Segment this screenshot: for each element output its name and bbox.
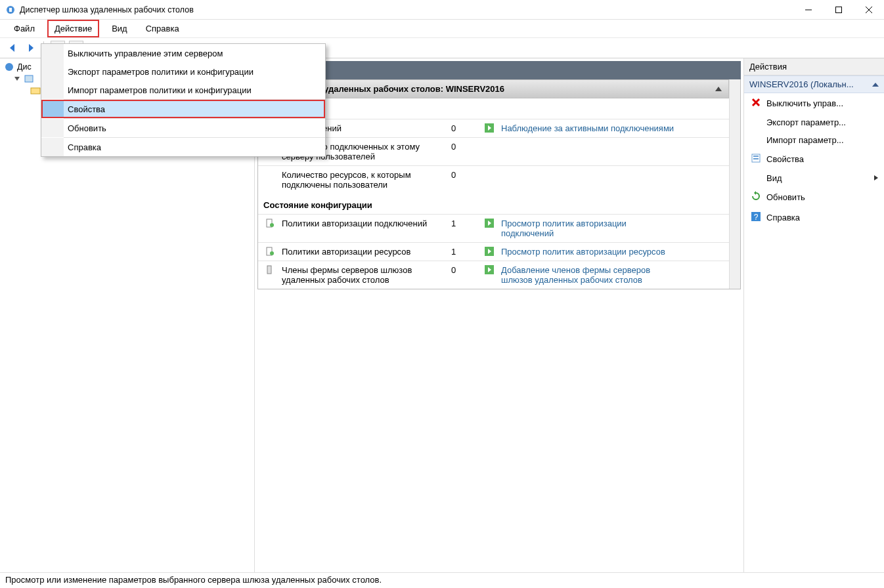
- svg-rect-1: [9, 8, 12, 12]
- menu-item-properties[interactable]: Свойства: [41, 100, 325, 118]
- row-label: Политики авторизации подключений: [282, 219, 446, 228]
- svg-rect-25: [753, 158, 759, 159]
- server-group-icon: [263, 265, 276, 274]
- row-connected-users: Количество подключенных к этому серверу …: [258, 137, 729, 165]
- close-button[interactable]: [854, 0, 884, 20]
- svg-point-19: [270, 251, 274, 255]
- menu-item-import[interactable]: Импорт параметров политики и конфигураци…: [41, 81, 325, 99]
- menu-item-refresh[interactable]: Обновить: [41, 119, 325, 137]
- svg-point-11: [5, 63, 13, 71]
- menu-item-help[interactable]: Справка: [41, 138, 325, 156]
- action-label: Экспорт параметр...: [766, 117, 846, 127]
- collapse-icon[interactable]: [715, 87, 722, 91]
- overview-bar[interactable]: рвера шлюза удаленных рабочих столов: WI…: [258, 79, 729, 98]
- menu-help[interactable]: Справка: [140, 21, 185, 36]
- submenu-arrow-icon: [873, 173, 879, 183]
- action-help[interactable]: ? Справка: [744, 207, 884, 228]
- tree-root-label: Дис: [17, 62, 32, 72]
- app-icon: [5, 5, 16, 15]
- action-disable[interactable]: Выключить управ...: [744, 93, 884, 114]
- maximize-button[interactable]: [824, 0, 854, 20]
- svg-rect-21: [267, 266, 271, 274]
- row-cap: Политики авторизации подключений 1 Просм…: [258, 214, 729, 242]
- titlebar: Диспетчер шлюза удаленных рабочих столов: [0, 0, 884, 20]
- vertical-scrollbar[interactable]: [729, 79, 740, 289]
- policy-icon: [263, 247, 276, 256]
- minimize-button[interactable]: [793, 0, 824, 20]
- actions-band[interactable]: WINSERV2016 (Локальн...: [744, 75, 884, 93]
- menu-file[interactable]: Файл: [8, 21, 41, 36]
- menu-item-label: Выключить управление этим сервером: [64, 49, 325, 58]
- row-label: Политики авторизации ресурсов: [282, 247, 446, 257]
- actions-header: Действия: [744, 58, 884, 75]
- svg-point-16: [270, 223, 274, 227]
- section-connection-state: одключения: [258, 98, 729, 119]
- arrow-icon: [483, 219, 496, 228]
- menu-view[interactable]: Вид: [106, 21, 133, 36]
- menu-item-label: Обновить: [64, 123, 325, 133]
- forward-button[interactable]: [24, 41, 37, 54]
- action-label: Вид: [766, 173, 782, 183]
- row-value: 0: [451, 170, 477, 180]
- properties-icon: [751, 153, 761, 165]
- row-value: 0: [451, 265, 477, 275]
- menu-item-label: Справка: [64, 142, 325, 152]
- arrow-icon: [483, 265, 496, 274]
- action-label: Импорт параметр...: [766, 135, 844, 145]
- menu-item-label: Экспорт параметров политики и конфигурац…: [64, 67, 325, 77]
- section-config-state: Состояние конфигурации: [258, 194, 729, 214]
- arrow-icon: [483, 123, 496, 133]
- svg-rect-12: [25, 75, 33, 82]
- status-bar: Просмотр или изменение параметров выбран…: [0, 572, 884, 588]
- menu-item-export[interactable]: Экспорт параметров политики и конфигурац…: [41, 62, 325, 81]
- row-value: 1: [451, 247, 477, 257]
- row-link[interactable]: Просмотр политик авторизации подключений: [501, 219, 678, 238]
- refresh-icon: [751, 191, 761, 203]
- menubar: Файл Действие Вид Справка: [0, 20, 884, 37]
- folder-icon: [30, 85, 41, 96]
- action-label: Выключить управ...: [766, 98, 843, 108]
- svg-rect-24: [753, 156, 759, 157]
- action-dropdown: Выключить управление этим сервером Экспо…: [41, 43, 326, 157]
- back-button[interactable]: [7, 41, 20, 54]
- help-icon: ?: [751, 211, 761, 224]
- menu-item-label: Свойства: [64, 104, 325, 114]
- server-icon: [24, 74, 34, 84]
- action-label: Справка: [766, 213, 800, 222]
- root-icon: [4, 62, 14, 72]
- row-value: 0: [451, 142, 477, 152]
- action-properties[interactable]: Свойства: [744, 149, 884, 169]
- action-export[interactable]: Экспорт параметр...: [744, 114, 884, 131]
- x-icon: [751, 97, 761, 110]
- row-label: Количество ресурсов, к которым подключен…: [282, 170, 446, 190]
- menu-item-label: Импорт параметров политики и конфигураци…: [64, 85, 325, 95]
- svg-rect-13: [31, 88, 40, 94]
- row-rap: Политики авторизации ресурсов 1 Просмотр…: [258, 242, 729, 261]
- main-panel: (Локальный) рвера шлюза удаленных рабочи…: [255, 58, 743, 572]
- action-label: Обновить: [766, 192, 805, 202]
- svg-text:?: ?: [754, 213, 759, 222]
- row-link[interactable]: Добавление членов фермы серверов шлюзов …: [501, 265, 678, 285]
- policy-icon: [263, 219, 276, 228]
- action-label: Свойства: [766, 154, 804, 164]
- row-link[interactable]: Просмотр политик авторизации ресурсов: [501, 247, 665, 257]
- tree-caret-icon[interactable]: [13, 75, 21, 83]
- menu-action[interactable]: Действие: [47, 20, 99, 37]
- row-total-connections: о подключений 0 Наблюдение за активными …: [258, 119, 729, 137]
- svg-rect-3: [836, 7, 842, 12]
- menu-item-disable[interactable]: Выключить управление этим сервером: [41, 44, 325, 62]
- actions-pane: Действия WINSERV2016 (Локальн... Выключи…: [743, 58, 884, 572]
- status-text: Просмотр или изменение параметров выбран…: [5, 575, 382, 585]
- row-label: Члены фермы серверов шлюзов удаленных ра…: [282, 265, 446, 285]
- row-value: 1: [451, 219, 477, 228]
- row-farm: Члены фермы серверов шлюзов удаленных ра…: [258, 261, 729, 289]
- action-refresh[interactable]: Обновить: [744, 187, 884, 207]
- action-view[interactable]: Вид: [744, 169, 884, 187]
- actions-band-label: WINSERV2016 (Локальн...: [749, 79, 854, 89]
- row-resources: Количество ресурсов, к которым подключен…: [258, 165, 729, 194]
- row-link[interactable]: Наблюдение за активными подключениями: [501, 123, 674, 133]
- arrow-icon: [483, 247, 496, 256]
- window-title: Диспетчер шлюза удаленных рабочих столов: [20, 5, 194, 14]
- action-import[interactable]: Импорт параметр...: [744, 131, 884, 149]
- collapse-up-icon[interactable]: [872, 83, 879, 87]
